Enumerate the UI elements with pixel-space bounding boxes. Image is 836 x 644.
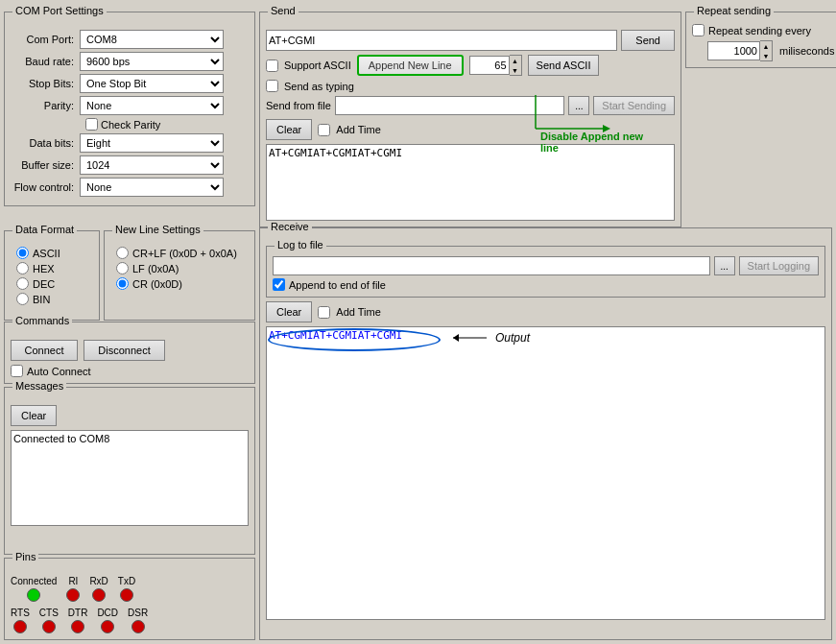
support-ascii-checkbox[interactable] (266, 60, 278, 72)
spin-up-btn[interactable]: ▲ (510, 56, 521, 65)
ascii-radio[interactable] (16, 247, 29, 259)
dcd-pin: DCD (97, 608, 118, 633)
ms-label: miliseconds (779, 45, 834, 57)
log-file-input[interactable] (273, 256, 710, 275)
rxd-led (92, 588, 106, 602)
send-input[interactable] (266, 30, 617, 51)
auto-connect-label: Auto Connect (27, 366, 91, 377)
repeat-sending-checkbox[interactable] (692, 24, 705, 36)
hex-radio[interactable] (16, 262, 29, 274)
lf-label: LF (0x0A) (132, 263, 179, 274)
connected-led (27, 588, 40, 602)
start-logging-button[interactable]: Start Logging (739, 256, 819, 275)
send-from-file-label: Send from file (266, 100, 331, 111)
send-add-time-checkbox[interactable] (318, 124, 330, 136)
disconnect-button[interactable]: Disconnect (84, 340, 165, 361)
receive-text-area[interactable]: AT+CGMIAT+CGMIAT+CGMI (266, 326, 825, 620)
stop-bits-select[interactable]: One Stop Bit (80, 74, 224, 93)
baud-rate-select[interactable]: 9600 bps (80, 52, 224, 71)
stop-bits-label: Stop Bits: (11, 78, 80, 89)
parity-label: Parity: (11, 100, 80, 111)
append-to-end-checkbox[interactable] (273, 278, 285, 291)
ri-pin-label: RI (68, 576, 78, 586)
messages-clear-button[interactable]: Clear (11, 405, 57, 426)
send-file-input[interactable] (335, 96, 564, 115)
svg-marker-4 (453, 334, 459, 342)
repeat-spin-down[interactable]: ▼ (760, 51, 772, 60)
append-new-line-button[interactable]: Append New Line (357, 55, 464, 76)
hex-label: HEX (33, 263, 55, 274)
ri-led (66, 588, 80, 602)
dsr-pin-label: DSR (128, 608, 148, 618)
ascii-number-spinner[interactable]: ▲ ▼ (469, 55, 522, 76)
buffer-size-select[interactable]: 1024 (80, 155, 224, 175)
com-port-select[interactable]: COM8 (80, 30, 224, 49)
dsr-pin: DSR (128, 608, 148, 633)
send-ascii-button[interactable]: Send ASCII (528, 55, 600, 76)
receive-add-time-label: Add Time (336, 306, 380, 318)
lf-radio[interactable] (116, 262, 129, 274)
flow-control-select[interactable]: None (80, 178, 224, 197)
cts-led (42, 620, 56, 633)
baud-rate-label: Baud rate: (11, 56, 80, 67)
repeat-ms-spinner[interactable]: ▲ ▼ (707, 40, 773, 61)
connected-pin: Connected (11, 576, 57, 602)
connect-button[interactable]: Connect (11, 340, 78, 361)
pins-title: Pins (12, 551, 38, 562)
data-bits-label: Data bits: (11, 137, 80, 149)
data-format-title: Data Format (12, 224, 77, 235)
cr-radio[interactable] (116, 277, 129, 290)
receive-add-time-checkbox[interactable] (318, 306, 330, 319)
parity-select[interactable]: None (80, 96, 224, 115)
rts-pin: RTS (11, 608, 30, 633)
dec-label: DEC (33, 278, 55, 290)
bin-label: BIN (33, 294, 50, 305)
dtr-pin-label: DTR (68, 608, 88, 618)
connected-pin-label: Connected (11, 576, 57, 586)
output-label: Output (495, 331, 530, 345)
messages-text-area[interactable]: Connected to COM8 (11, 430, 249, 526)
rxd-pin-label: RxD (89, 576, 107, 586)
send-button[interactable]: Send (621, 30, 675, 51)
spin-down-btn[interactable]: ▼ (510, 65, 521, 75)
rts-led (13, 620, 27, 633)
dcd-pin-label: DCD (97, 608, 118, 618)
cts-pin: CTS (39, 608, 59, 633)
send-add-time-label: Add Time (336, 124, 380, 135)
send-as-typing-checkbox[interactable] (266, 80, 278, 92)
send-text-area[interactable]: AT+CGMIAT+CGMIAT+CGMI (266, 144, 675, 221)
txd-led (120, 588, 133, 602)
cts-pin-label: CTS (39, 608, 59, 618)
send-clear-button[interactable]: Clear (266, 119, 312, 140)
messages-content: Connected to COM8 (13, 433, 109, 444)
bin-radio[interactable] (16, 293, 29, 305)
send-text-content: AT+CGMIAT+CGMIAT+CGMI (269, 147, 402, 159)
repeat-sending-title: Repeat sending (694, 5, 774, 16)
txd-pin-label: TxD (118, 576, 135, 586)
dcd-led (101, 620, 114, 633)
buffer-size-label: Buffer size: (11, 159, 80, 171)
crlf-radio[interactable] (116, 247, 129, 259)
log-to-file-title: Log to file (275, 239, 326, 250)
check-parity-checkbox[interactable] (85, 118, 98, 131)
send-as-typing-label: Send as typing (284, 81, 354, 92)
commands-title: Commands (12, 315, 72, 326)
dec-radio[interactable] (16, 277, 29, 290)
crlf-label: CR+LF (0x0D + 0x0A) (132, 248, 237, 259)
repeat-sending-label: Repeat sending every (708, 25, 811, 36)
receive-clear-button[interactable]: Clear (266, 301, 312, 322)
support-ascii-label: Support ASCII (284, 60, 351, 71)
rxd-pin: RxD (89, 576, 107, 602)
send-file-browse-button[interactable]: ... (568, 96, 589, 115)
auto-connect-checkbox[interactable] (11, 365, 23, 377)
start-sending-button[interactable]: Start Sending (593, 96, 675, 115)
new-line-settings-title: New Line Settings (112, 224, 203, 235)
dtr-pin: DTR (68, 608, 88, 633)
repeat-spin-up[interactable]: ▲ (760, 41, 772, 51)
ascii-number-input[interactable] (469, 56, 510, 75)
repeat-ms-input[interactable] (707, 41, 760, 60)
send-title: Send (268, 5, 299, 16)
data-bits-select[interactable]: Eight (80, 133, 224, 153)
log-file-browse-button[interactable]: ... (714, 256, 735, 275)
com-port-settings-title: COM Port Settings (12, 5, 107, 16)
